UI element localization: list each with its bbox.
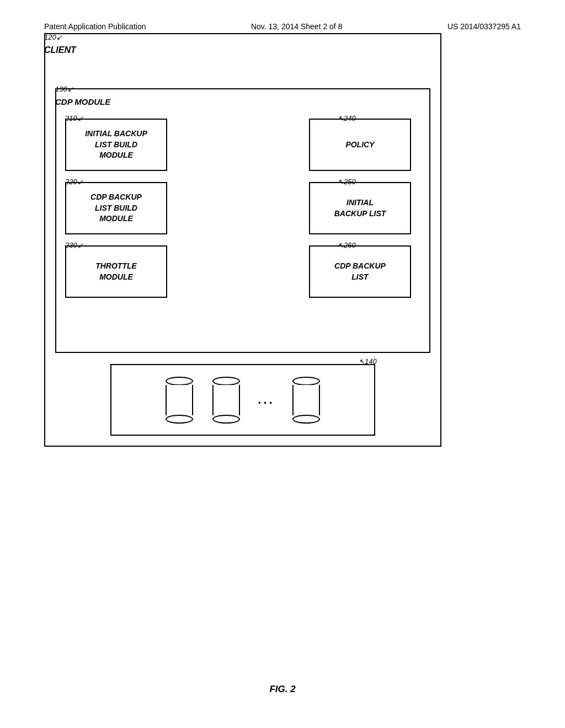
cylinder-2-top (212, 377, 240, 386)
box-250-label: INITIALBACKUP LIST (334, 197, 386, 219)
header-left: Patent Application Publication (44, 22, 146, 31)
cylinder-1 (164, 377, 194, 424)
cylinder-3-body (292, 385, 320, 415)
ellipsis: ... (258, 393, 274, 407)
box-230-label: THROTTLEMODULE (95, 261, 137, 282)
storage-box: ... (110, 364, 375, 436)
page-header: Patent Application Publication Nov. 13, … (44, 22, 521, 31)
initial-backup-list-box: INITIALBACKUP LIST (309, 182, 411, 234)
cylinder-3 (291, 377, 322, 424)
cylinder-1-bottom (166, 415, 193, 424)
box-240-label: POLICY (345, 140, 374, 151)
throttle-module-box: THROTTLEMODULE (65, 245, 167, 298)
policy-box: POLICY (309, 119, 411, 171)
box-260-label: CDP BACKUPLIST (334, 261, 386, 282)
cylinder-2-body (212, 385, 240, 415)
cylinder-2 (211, 377, 241, 424)
cylinder-1-top (166, 377, 193, 386)
header-right: US 2014/0337295 A1 (447, 22, 521, 31)
figure-label: FIG. 2 (269, 684, 295, 695)
header-middle: Nov. 13, 2014 Sheet 2 of 8 (251, 22, 343, 31)
box-220-label: CDP BACKUPLIST BUILDMODULE (90, 192, 142, 224)
cdp-backup-list-build-module-box: CDP BACKUPLIST BUILDMODULE (65, 182, 167, 234)
cylinder-3-bottom (292, 415, 320, 424)
cylinder-2-bottom (212, 415, 240, 424)
cylinder-1-body (166, 385, 193, 415)
initial-backup-list-build-module-box: INITIAL BACKUPLIST BUILDMODULE (65, 119, 167, 171)
box-210-label: INITIAL BACKUPLIST BUILDMODULE (85, 129, 147, 161)
cylinder-3-top (292, 377, 320, 386)
cdp-backup-list-box: CDP BACKUPLIST (309, 245, 411, 298)
client-label: CLIENT (44, 45, 76, 55)
